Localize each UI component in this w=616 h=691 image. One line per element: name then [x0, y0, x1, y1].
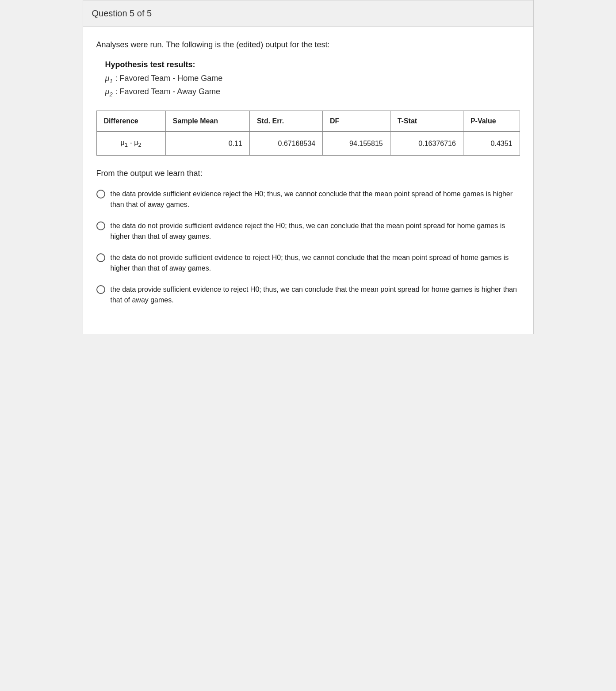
stats-table: Difference Sample Mean Std. Err. DF T-St…	[96, 111, 520, 156]
hypothesis-block: Hypothesis test results: μ1 : Favored Te…	[105, 60, 520, 97]
radio-circle-2[interactable]	[96, 221, 105, 230]
hypothesis-mu2-line: μ2 : Favored Team - Away Game	[105, 87, 520, 98]
option-item-2[interactable]: the data do not provide sufficient evide…	[96, 221, 520, 242]
cell-df: 94.155815	[323, 132, 390, 156]
option-text-2: the data do not provide sufficient evide…	[111, 221, 520, 242]
from-output-text: From the output we learn that:	[96, 169, 520, 178]
options-list: the data provide sufficient evidence rej…	[96, 189, 520, 305]
option-text-4: the data provide sufficient evidence to …	[111, 284, 520, 305]
radio-circle-1[interactable]	[96, 190, 105, 199]
col-header-std-err: Std. Err.	[249, 111, 322, 132]
option-item-4[interactable]: the data provide sufficient evidence to …	[96, 284, 520, 305]
page-container: Question 5 of 5 Analyses were run. The f…	[83, 0, 534, 334]
mu2-description: : Favored Team - Away Game	[115, 87, 220, 96]
table-container: Difference Sample Mean Std. Err. DF T-St…	[96, 111, 520, 156]
question-counter: Question 5 of 5	[92, 8, 152, 18]
content-area: Analyses were run. The following is the …	[83, 27, 533, 334]
option-text-1: the data provide sufficient evidence rej…	[111, 189, 520, 210]
question-header: Question 5 of 5	[83, 0, 533, 27]
mu1-description: : Favored Team - Home Game	[115, 74, 223, 83]
mu2-symbol: μ2	[105, 87, 113, 98]
hypothesis-title: Hypothesis test results:	[105, 60, 520, 69]
hypothesis-mu1-line: μ1 : Favored Team - Home Game	[105, 74, 520, 84]
radio-circle-4[interactable]	[96, 285, 105, 294]
intro-text: Analyses were run. The following is the …	[96, 40, 520, 50]
option-text-3: the data do not provide sufficient evide…	[111, 252, 520, 274]
col-header-p-value: P-Value	[463, 111, 520, 132]
cell-difference: μ1 - μ2	[96, 132, 165, 156]
col-header-sample-mean: Sample Mean	[165, 111, 249, 132]
cell-std-err: 0.67168534	[249, 132, 322, 156]
mu1-symbol: μ1	[105, 74, 113, 84]
cell-sample-mean: 0.11	[165, 132, 249, 156]
option-item-3[interactable]: the data do not provide sufficient evide…	[96, 252, 520, 274]
col-header-difference: Difference	[96, 111, 165, 132]
cell-t-stat: 0.16376716	[390, 132, 463, 156]
col-header-df: DF	[323, 111, 390, 132]
radio-circle-3[interactable]	[96, 253, 105, 262]
option-item-1[interactable]: the data provide sufficient evidence rej…	[96, 189, 520, 210]
col-header-t-stat: T-Stat	[390, 111, 463, 132]
table-header-row: Difference Sample Mean Std. Err. DF T-St…	[96, 111, 520, 132]
table-row: μ1 - μ20.110.6716853494.1558150.16376716…	[96, 132, 520, 156]
cell-p-value: 0.4351	[463, 132, 520, 156]
